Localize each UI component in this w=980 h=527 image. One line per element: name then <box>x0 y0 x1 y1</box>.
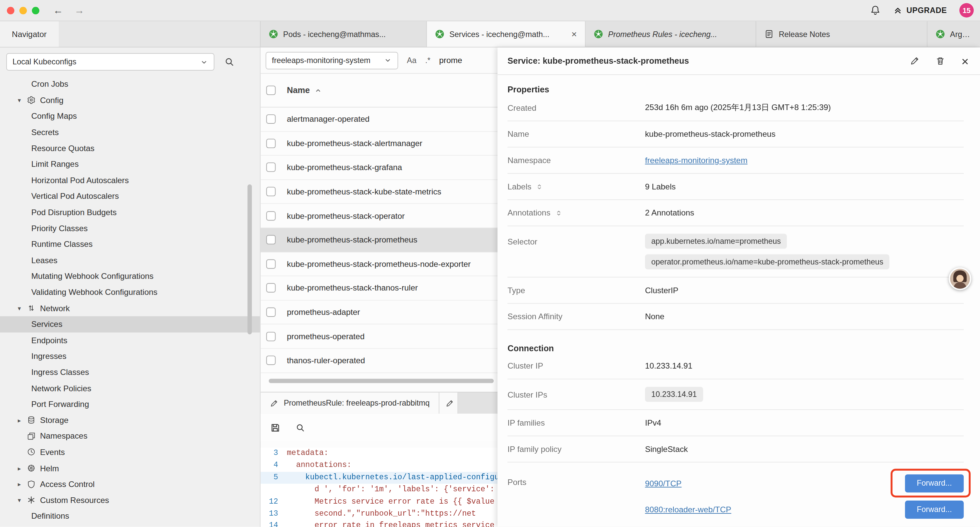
sidebar-item-vertical-pod-autoscalers[interactable]: Vertical Pod Autoscalers <box>0 188 260 204</box>
drawer-row-ports: Ports 9090/TCP Forward... 8080:reloader-… <box>508 463 964 527</box>
match-case-toggle[interactable]: Aa <box>407 56 417 65</box>
sidebar-item-limit-ranges[interactable]: Limit Ranges <box>0 156 260 172</box>
namespace-link[interactable]: freeleaps-monitoring-system <box>645 156 748 165</box>
search-input[interactable]: prome <box>439 56 462 65</box>
select-all-checkbox[interactable] <box>266 86 275 95</box>
selector-badge: app.kubernetes.io/name=prometheus <box>645 234 787 249</box>
sidebar-item-horizontal-pod-autoscalers[interactable]: Horizontal Pod Autoscalers <box>0 172 260 188</box>
sidebar-item-ingress-classes[interactable]: Ingress Classes <box>0 364 260 380</box>
session-affinity-value: None <box>645 312 964 321</box>
drawer-row-annotations: Annotations 2 Annotations <box>508 200 964 226</box>
chevron-down-icon: ▾ <box>15 305 24 312</box>
sidebar-item-storage[interactable]: ▸Storage <box>0 412 260 428</box>
search-icon[interactable] <box>224 57 234 67</box>
sidebar-scrollbar[interactable] <box>248 185 252 334</box>
drawer-row-cluster-ip: Cluster IP 10.233.14.91 <box>508 353 964 380</box>
namespace-select[interactable]: freeleaps-monitoring-system <box>266 52 398 69</box>
checkbox[interactable] <box>266 259 275 269</box>
tab-release-notes[interactable]: Release Notes <box>756 21 927 47</box>
checkbox[interactable] <box>266 331 275 341</box>
drawer-row-cluster-ips: Cluster IPs 10.233.14.91 <box>508 379 964 410</box>
checkbox[interactable] <box>266 307 275 317</box>
sidebar-item-network-policies[interactable]: Network Policies <box>0 380 260 396</box>
created-value: 253d 16h 6m ago (2025年1月13日 GMT+8 1:25:3… <box>645 102 964 113</box>
sidebar-item-config-maps[interactable]: Config Maps <box>0 108 260 124</box>
labels-value[interactable]: 9 Labels <box>645 182 964 191</box>
tab-services[interactable]: Services - icecheng@math... × <box>427 21 586 47</box>
close-window-button[interactable] <box>7 7 14 14</box>
forward-button[interactable]: Forward... <box>905 500 964 518</box>
close-tab-icon[interactable]: × <box>566 29 577 39</box>
horizontal-scrollbar[interactable] <box>269 379 494 383</box>
sort-ascending-icon[interactable] <box>314 87 321 94</box>
sidebar-item-mutating-webhook-configurations[interactable]: Mutating Webhook Configurations <box>0 268 260 284</box>
zoom-window-button[interactable] <box>32 7 39 14</box>
upgrade-button[interactable]: UPGRADE <box>893 6 947 15</box>
sidebar-item-resource-quotas[interactable]: Resource Quotas <box>0 140 260 156</box>
expand-collapse-icon[interactable] <box>536 183 543 190</box>
drawer-row-ip-family-policy: IP family policy SingleStack <box>508 436 964 463</box>
tab-strip: Navigator Pods - icecheng@mathmas... Ser… <box>0 21 980 48</box>
tab-argo[interactable]: Argo S <box>928 21 980 47</box>
regex-toggle[interactable]: .* <box>425 56 431 65</box>
port-link[interactable]: 9090/TCP <box>645 478 682 488</box>
sidebar-item-pod-disruption-budgets[interactable]: Pod Disruption Budgets <box>0 204 260 220</box>
minimize-window-button[interactable] <box>19 7 27 14</box>
sidebar-item-helm[interactable]: ▸Helm <box>0 460 260 476</box>
port-link[interactable]: 8080:reloader-web/TCP <box>645 505 732 514</box>
chevron-right-icon: ▸ <box>15 465 24 471</box>
edit-icon[interactable] <box>910 56 920 66</box>
tab-pods[interactable]: Pods - icecheng@mathmas... <box>261 21 426 47</box>
kubernetes-icon <box>269 29 278 39</box>
port-entry: 9090/TCP Forward... <box>645 470 964 496</box>
dock-tab-prometheusrule[interactable]: PrometheusRule: freeleaps-prod-rabbitmq <box>261 393 440 414</box>
notification-count-badge[interactable]: 15 <box>959 3 974 18</box>
sidebar-item-definitions[interactable]: Definitions <box>0 508 260 524</box>
checkbox[interactable] <box>266 163 275 172</box>
avatar[interactable] <box>949 267 971 290</box>
sidebar-item-priority-classes[interactable]: Priority Classes <box>0 220 260 236</box>
chevron-down-icon: ▾ <box>15 97 24 104</box>
sidebar-item-network[interactable]: ▾Network <box>0 300 260 316</box>
sidebar-item-cron-jobs[interactable]: Cron Jobs <box>0 76 260 92</box>
forward-arrow-icon[interactable]: → <box>75 5 84 16</box>
save-icon[interactable] <box>270 422 280 433</box>
sidebar-item-port-forwarding[interactable]: Port Forwarding <box>0 396 260 412</box>
tab-prometheus-rules[interactable]: Prometheus Rules - icecheng... <box>586 21 757 47</box>
annotations-value[interactable]: 2 Annotations <box>645 208 964 218</box>
sidebar-item-config[interactable]: ▾Config <box>0 92 260 108</box>
forward-button[interactable]: Forward... <box>905 474 964 492</box>
sidebar-item-namespaces[interactable]: Namespaces <box>0 428 260 444</box>
checkbox[interactable] <box>266 356 275 365</box>
sidebar-item-services[interactable]: Services <box>0 316 260 332</box>
sidebar-item-runtime-classes[interactable]: Runtime Classes <box>0 236 260 252</box>
cluster-ips-badge: 10.233.14.91 <box>645 387 703 402</box>
sidebar-item-secrets[interactable]: Secrets <box>0 124 260 140</box>
sidebar-item-leases[interactable]: Leases <box>0 252 260 268</box>
sidebar-item-access-control[interactable]: ▸Access Control <box>0 476 260 492</box>
sidebar-item-ingresses[interactable]: Ingresses <box>0 348 260 364</box>
close-icon[interactable]: × <box>961 55 969 67</box>
checkbox[interactable] <box>266 283 275 293</box>
sidebar-item-events[interactable]: Events <box>0 444 260 460</box>
sidebar-item-endpoints[interactable]: Endpoints <box>0 332 260 348</box>
search-icon[interactable] <box>296 423 305 432</box>
checkbox[interactable] <box>266 187 275 196</box>
kubeconfig-select[interactable]: Local Kubeconfigs <box>6 53 215 70</box>
notifications-bell-icon[interactable] <box>870 5 881 16</box>
type-value: ClusterIP <box>645 285 964 295</box>
dock-tab-partial[interactable] <box>440 393 458 414</box>
sidebar-item-validating-webhook-configurations[interactable]: Validating Webhook Configurations <box>0 284 260 300</box>
navigator-sidebar: Local Kubeconfigs Cron Jobs ▾Config Conf… <box>0 47 261 527</box>
checkbox[interactable] <box>266 235 275 245</box>
drawer-row-selector: Selector app.kubernetes.io/name=promethe… <box>508 226 964 277</box>
checkbox[interactable] <box>266 139 275 148</box>
checkbox[interactable] <box>266 211 275 220</box>
name-column-header[interactable]: Name <box>287 86 310 95</box>
delete-icon[interactable] <box>936 56 945 66</box>
gear-icon <box>26 96 37 105</box>
expand-collapse-icon[interactable] <box>555 209 562 217</box>
sidebar-item-custom-resources[interactable]: ▾Custom Resources <box>0 492 260 508</box>
checkbox[interactable] <box>266 115 275 124</box>
back-arrow-icon[interactable]: ← <box>53 5 63 16</box>
